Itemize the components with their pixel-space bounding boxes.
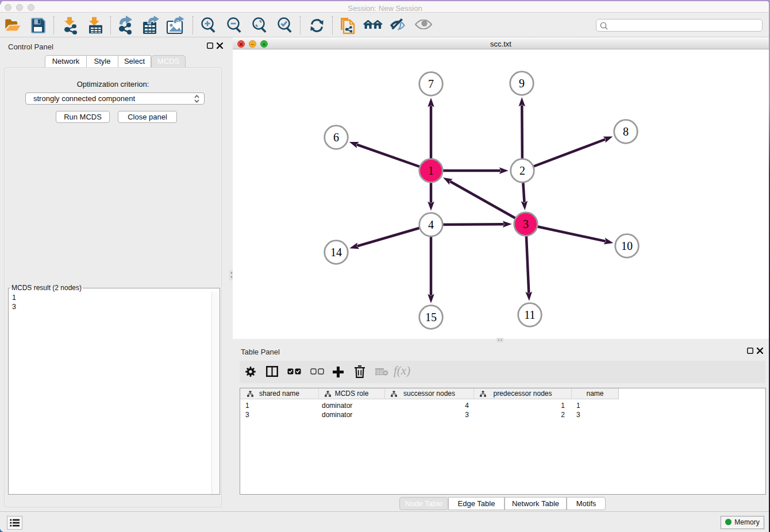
svg-text:3: 3: [523, 218, 529, 230]
svg-text:1: 1: [428, 164, 434, 177]
svg-text:14: 14: [330, 246, 342, 259]
svg-text:8: 8: [623, 125, 629, 138]
svg-text:4: 4: [428, 218, 434, 231]
svg-text:6: 6: [333, 131, 339, 144]
svg-text:11: 11: [524, 309, 535, 321]
svg-text:7: 7: [428, 78, 434, 90]
svg-text:2: 2: [519, 164, 525, 177]
svg-text:10: 10: [621, 240, 633, 252]
svg-text:15: 15: [425, 311, 437, 323]
svg-text:9: 9: [519, 77, 525, 90]
